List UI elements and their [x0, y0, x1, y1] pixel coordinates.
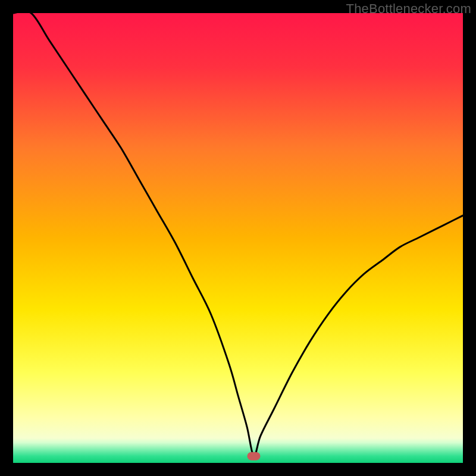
chart-svg [13, 13, 463, 463]
plot-area [13, 13, 463, 463]
chart-container: TheBottlenecker.com [0, 0, 476, 476]
watermark-text: TheBottlenecker.com [346, 1, 471, 17]
svg-rect-1 [247, 452, 260, 461]
